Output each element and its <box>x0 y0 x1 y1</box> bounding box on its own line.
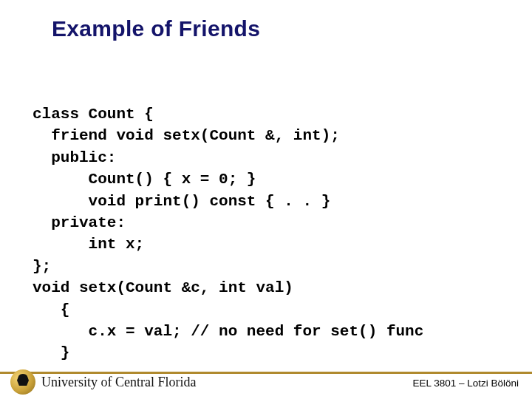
footer: University of Central Florida EEL 3801 –… <box>0 366 532 399</box>
code-line: void print() const { . . } <box>33 193 330 210</box>
code-line: c.x = val; // no need for set() func <box>33 323 423 340</box>
code-line: { <box>33 301 69 318</box>
code-line: }; <box>33 258 51 275</box>
course-label: EEL 3801 – Lotzi Bölöni <box>412 378 519 389</box>
code-line: private: <box>33 214 126 231</box>
slide-title: Example of Friends <box>52 16 260 41</box>
slide: Example of Friends class Count { friend … <box>0 0 532 399</box>
code-line: void setx(Count &c, int val) <box>33 279 293 296</box>
university-name: University of Central Florida <box>41 375 196 390</box>
footer-logo-group: University of Central Florida <box>10 369 196 395</box>
ucf-seal-icon <box>10 369 35 395</box>
code-line: int x; <box>33 236 144 253</box>
code-line: } <box>33 344 69 361</box>
code-line: class Count { <box>33 106 154 123</box>
code-block: class Count { friend void setx(Count &, … <box>33 103 510 364</box>
code-line: public: <box>33 149 116 166</box>
code-line: Count() { x = 0; } <box>33 171 256 188</box>
code-line: friend void setx(Count &, int); <box>33 127 340 144</box>
